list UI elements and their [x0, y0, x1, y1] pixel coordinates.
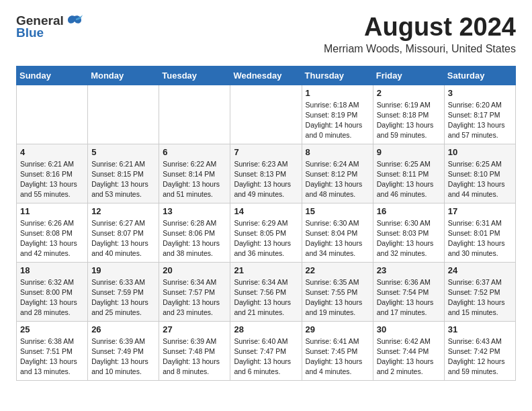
calendar-cell: 25Sunrise: 6:38 AM Sunset: 7:51 PM Dayli…	[17, 321, 88, 380]
day-info: Sunrise: 6:21 AM Sunset: 8:16 PM Dayligh…	[20, 159, 84, 200]
calendar-cell: 9Sunrise: 6:25 AM Sunset: 8:11 PM Daylig…	[373, 144, 444, 203]
calendar-week-5: 25Sunrise: 6:38 AM Sunset: 7:51 PM Dayli…	[17, 321, 516, 380]
day-number: 30	[377, 324, 441, 334]
day-info: Sunrise: 6:34 AM Sunset: 7:56 PM Dayligh…	[234, 277, 298, 318]
calendar-cell: 7Sunrise: 6:23 AM Sunset: 8:13 PM Daylig…	[230, 144, 302, 203]
day-info: Sunrise: 6:32 AM Sunset: 8:00 PM Dayligh…	[20, 277, 84, 318]
day-number: 31	[448, 324, 512, 334]
calendar-cell: 26Sunrise: 6:39 AM Sunset: 7:49 PM Dayli…	[88, 321, 159, 380]
calendar-cell: 31Sunrise: 6:43 AM Sunset: 7:42 PM Dayli…	[444, 321, 515, 380]
col-header-saturday: Saturday	[444, 66, 515, 85]
logo-blue-text: Blue	[16, 26, 44, 40]
logo-bird-icon	[66, 15, 83, 27]
calendar-cell: 30Sunrise: 6:42 AM Sunset: 7:44 PM Dayli…	[373, 321, 444, 380]
title-block: August 2024 Merriam Woods, Missouri, Uni…	[324, 13, 516, 55]
calendar-cell: 20Sunrise: 6:34 AM Sunset: 7:57 PM Dayli…	[159, 262, 230, 321]
day-info: Sunrise: 6:30 AM Sunset: 8:04 PM Dayligh…	[306, 218, 369, 259]
day-info: Sunrise: 6:39 AM Sunset: 7:48 PM Dayligh…	[163, 336, 226, 377]
day-number: 17	[448, 206, 512, 216]
calendar-week-2: 4Sunrise: 6:21 AM Sunset: 8:16 PM Daylig…	[17, 144, 516, 203]
calendar-title: August 2024	[324, 13, 516, 42]
calendar-cell: 29Sunrise: 6:41 AM Sunset: 7:45 PM Dayli…	[302, 321, 373, 380]
day-info: Sunrise: 6:27 AM Sunset: 8:07 PM Dayligh…	[91, 218, 155, 259]
day-number: 22	[306, 265, 369, 275]
day-number: 10	[448, 147, 512, 157]
col-header-monday: Monday	[88, 66, 159, 85]
day-info: Sunrise: 6:41 AM Sunset: 7:45 PM Dayligh…	[306, 336, 369, 377]
day-info: Sunrise: 6:33 AM Sunset: 7:59 PM Dayligh…	[91, 277, 155, 318]
calendar-cell: 2Sunrise: 6:19 AM Sunset: 8:18 PM Daylig…	[373, 85, 444, 144]
day-number: 24	[448, 265, 512, 275]
day-number: 28	[234, 324, 298, 334]
calendar-cell: 5Sunrise: 6:21 AM Sunset: 8:15 PM Daylig…	[88, 144, 159, 203]
day-info: Sunrise: 6:30 AM Sunset: 8:03 PM Dayligh…	[377, 218, 441, 259]
calendar-cell: 18Sunrise: 6:32 AM Sunset: 8:00 PM Dayli…	[17, 262, 88, 321]
day-number: 8	[306, 147, 369, 157]
day-number: 5	[91, 147, 155, 157]
calendar-cell	[159, 85, 230, 144]
calendar-cell	[88, 85, 159, 144]
day-info: Sunrise: 6:28 AM Sunset: 8:06 PM Dayligh…	[163, 218, 226, 259]
col-header-friday: Friday	[373, 66, 444, 85]
col-header-thursday: Thursday	[302, 66, 373, 85]
calendar-cell: 15Sunrise: 6:30 AM Sunset: 8:04 PM Dayli…	[302, 203, 373, 262]
calendar-cell	[17, 85, 88, 144]
calendar-cell: 6Sunrise: 6:22 AM Sunset: 8:14 PM Daylig…	[159, 144, 230, 203]
day-number: 18	[20, 265, 84, 275]
day-info: Sunrise: 6:20 AM Sunset: 8:17 PM Dayligh…	[448, 100, 512, 141]
day-number: 7	[234, 147, 298, 157]
day-number: 4	[20, 147, 84, 157]
day-info: Sunrise: 6:40 AM Sunset: 7:47 PM Dayligh…	[234, 336, 298, 377]
day-info: Sunrise: 6:23 AM Sunset: 8:13 PM Dayligh…	[234, 159, 298, 200]
day-info: Sunrise: 6:35 AM Sunset: 7:55 PM Dayligh…	[306, 277, 369, 318]
day-info: Sunrise: 6:29 AM Sunset: 8:05 PM Dayligh…	[234, 218, 298, 259]
calendar-cell: 4Sunrise: 6:21 AM Sunset: 8:16 PM Daylig…	[17, 144, 88, 203]
day-info: Sunrise: 6:31 AM Sunset: 8:01 PM Dayligh…	[448, 218, 512, 259]
col-header-sunday: Sunday	[17, 66, 88, 85]
col-header-wednesday: Wednesday	[230, 66, 302, 85]
day-number: 9	[377, 147, 441, 157]
day-number: 6	[163, 147, 226, 157]
day-info: Sunrise: 6:22 AM Sunset: 8:14 PM Dayligh…	[163, 159, 226, 200]
day-info: Sunrise: 6:25 AM Sunset: 8:10 PM Dayligh…	[448, 159, 512, 200]
day-number: 14	[234, 206, 298, 216]
day-number: 12	[91, 206, 155, 216]
day-number: 15	[306, 206, 369, 216]
calendar-cell: 14Sunrise: 6:29 AM Sunset: 8:05 PM Dayli…	[230, 203, 302, 262]
day-info: Sunrise: 6:43 AM Sunset: 7:42 PM Dayligh…	[448, 336, 512, 377]
calendar-table: SundayMondayTuesdayWednesdayThursdayFrid…	[16, 66, 516, 381]
day-info: Sunrise: 6:34 AM Sunset: 7:57 PM Dayligh…	[163, 277, 226, 318]
day-info: Sunrise: 6:37 AM Sunset: 7:52 PM Dayligh…	[448, 277, 512, 318]
day-number: 20	[163, 265, 226, 275]
calendar-cell: 19Sunrise: 6:33 AM Sunset: 7:59 PM Dayli…	[88, 262, 159, 321]
calendar-cell: 11Sunrise: 6:26 AM Sunset: 8:08 PM Dayli…	[17, 203, 88, 262]
day-info: Sunrise: 6:19 AM Sunset: 8:18 PM Dayligh…	[377, 100, 441, 141]
calendar-cell: 12Sunrise: 6:27 AM Sunset: 8:07 PM Dayli…	[88, 203, 159, 262]
day-number: 19	[91, 265, 155, 275]
col-header-tuesday: Tuesday	[159, 66, 230, 85]
day-number: 29	[306, 324, 369, 334]
calendar-cell: 17Sunrise: 6:31 AM Sunset: 8:01 PM Dayli…	[444, 203, 515, 262]
calendar-cell	[230, 85, 302, 144]
day-number: 16	[377, 206, 441, 216]
day-info: Sunrise: 6:26 AM Sunset: 8:08 PM Dayligh…	[20, 218, 84, 259]
day-info: Sunrise: 6:42 AM Sunset: 7:44 PM Dayligh…	[377, 336, 441, 377]
day-number: 23	[377, 265, 441, 275]
day-number: 25	[20, 324, 84, 334]
calendar-cell: 10Sunrise: 6:25 AM Sunset: 8:10 PM Dayli…	[444, 144, 515, 203]
calendar-week-4: 18Sunrise: 6:32 AM Sunset: 8:00 PM Dayli…	[17, 262, 516, 321]
calendar-cell: 24Sunrise: 6:37 AM Sunset: 7:52 PM Dayli…	[444, 262, 515, 321]
calendar-cell: 27Sunrise: 6:39 AM Sunset: 7:48 PM Dayli…	[159, 321, 230, 380]
calendar-cell: 1Sunrise: 6:18 AM Sunset: 8:19 PM Daylig…	[302, 85, 373, 144]
day-number: 26	[91, 324, 155, 334]
calendar-header-row: SundayMondayTuesdayWednesdayThursdayFrid…	[17, 66, 516, 85]
calendar-week-3: 11Sunrise: 6:26 AM Sunset: 8:08 PM Dayli…	[17, 203, 516, 262]
day-info: Sunrise: 6:25 AM Sunset: 8:11 PM Dayligh…	[377, 159, 441, 200]
calendar-cell: 22Sunrise: 6:35 AM Sunset: 7:55 PM Dayli…	[302, 262, 373, 321]
calendar-cell: 28Sunrise: 6:40 AM Sunset: 7:47 PM Dayli…	[230, 321, 302, 380]
calendar-cell: 16Sunrise: 6:30 AM Sunset: 8:03 PM Dayli…	[373, 203, 444, 262]
day-info: Sunrise: 6:36 AM Sunset: 7:54 PM Dayligh…	[377, 277, 441, 318]
day-number: 3	[448, 88, 512, 98]
day-number: 21	[234, 265, 298, 275]
day-number: 27	[163, 324, 226, 334]
